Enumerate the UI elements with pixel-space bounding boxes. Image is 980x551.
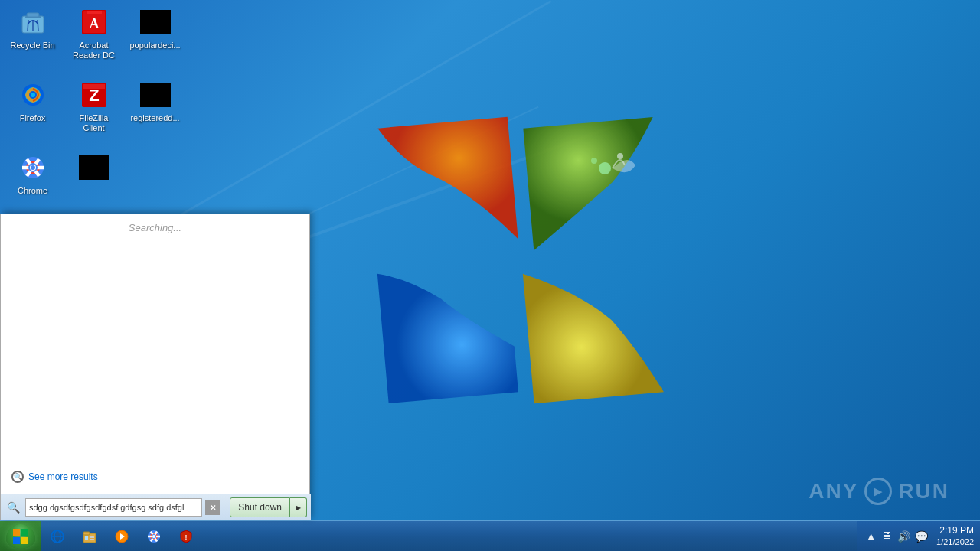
taskbar-chrome-icon bbox=[145, 528, 162, 545]
tray-volume-icon[interactable]: 🔊 bbox=[897, 530, 910, 543]
start-orb bbox=[6, 524, 35, 549]
recycle-bin-label: Recycle Bin bbox=[10, 41, 54, 51]
desktop: Recycle Bin A Acrobat Reader DC populard… bbox=[0, 0, 980, 551]
svg-rect-27 bbox=[13, 537, 20, 544]
shutdown-button[interactable]: Shut down bbox=[230, 497, 290, 517]
chrome-label: Chrome bbox=[18, 186, 47, 196]
tray-clock[interactable]: 2:19 PM 1/21/2022 bbox=[936, 525, 974, 548]
search-clear-button[interactable]: ✕ bbox=[205, 500, 220, 515]
chrome-icon[interactable]: Chrome bbox=[4, 149, 61, 216]
svg-line-6 bbox=[28, 20, 28, 31]
shutdown-arrow-icon: ▶ bbox=[296, 504, 301, 511]
svg-point-42 bbox=[152, 535, 155, 538]
populardeci-icon[interactable]: populardeci... bbox=[126, 4, 184, 70]
filezilla-image: Z bbox=[79, 80, 109, 110]
search-bar: 🔍 ✕ Shut down ▶ bbox=[1, 494, 311, 520]
shield-icon: ! bbox=[178, 528, 194, 545]
svg-rect-12 bbox=[87, 11, 102, 14]
anyrun-watermark: ANY ▶ RUN bbox=[808, 478, 949, 505]
searching-text: Searching... bbox=[129, 222, 181, 233]
svg-rect-36 bbox=[90, 539, 94, 540]
start-button[interactable] bbox=[0, 521, 41, 552]
svg-text:A: A bbox=[89, 16, 99, 31]
firefox-image bbox=[18, 80, 48, 110]
search-magnifier-icon: 🔍 bbox=[7, 501, 20, 514]
svg-rect-35 bbox=[90, 536, 94, 538]
tray-expand-icon[interactable]: ▲ bbox=[866, 530, 876, 542]
taskbar-chrome[interactable] bbox=[139, 523, 168, 550]
acrobat-icon[interactable]: A Acrobat Reader DC bbox=[65, 4, 122, 70]
see-more-icon: 🔍 bbox=[11, 471, 24, 483]
taskbar-shield[interactable]: ! bbox=[172, 523, 201, 550]
recycle-bin-icon[interactable]: Recycle Bin bbox=[4, 4, 61, 70]
media-icon bbox=[113, 528, 130, 545]
ie-icon bbox=[49, 528, 66, 545]
registeredd-image bbox=[140, 80, 171, 110]
anyrun-text-run: RUN bbox=[898, 479, 949, 504]
svg-rect-26 bbox=[21, 529, 28, 536]
svg-rect-5 bbox=[27, 13, 39, 17]
desktop-icons: Recycle Bin A Acrobat Reader DC populard… bbox=[4, 4, 188, 222]
taskbar-explorer[interactable] bbox=[75, 523, 104, 550]
shutdown-label: Shut down bbox=[238, 502, 282, 513]
start-menu: Searching... 🔍 See more results 🔍 ✕ Shut… bbox=[0, 214, 310, 520]
svg-point-0 bbox=[599, 162, 611, 174]
recycle-bin-image bbox=[18, 7, 48, 37]
populardeci-image bbox=[140, 7, 171, 37]
see-more-results[interactable]: 🔍 See more results bbox=[8, 468, 101, 486]
populardeci-label: populardeci... bbox=[129, 41, 180, 51]
explorer-icon bbox=[81, 528, 98, 545]
system-tray: ▲ 🖥 🔊 💬 2:19 PM 1/21/2022 bbox=[857, 521, 980, 552]
tray-balloon-icon[interactable]: 💬 bbox=[915, 530, 928, 543]
chrome-image bbox=[18, 152, 48, 183]
taskbar-media[interactable] bbox=[107, 523, 136, 550]
svg-point-2 bbox=[591, 158, 597, 164]
registeredd-icon[interactable]: registeredd... bbox=[126, 77, 184, 143]
registeredd-label: registeredd... bbox=[130, 113, 179, 123]
tray-network-icon[interactable]: 🖥 bbox=[880, 530, 893, 543]
unknown-image bbox=[79, 152, 109, 183]
taskbar-ie[interactable] bbox=[43, 523, 72, 550]
acrobat-label: Acrobat Reader DC bbox=[68, 41, 119, 60]
firefox-label: Firefox bbox=[20, 113, 46, 123]
unknown-icon[interactable] bbox=[65, 149, 122, 216]
windows-logo bbox=[368, 107, 674, 413]
anyrun-play-icon: ▶ bbox=[864, 478, 892, 505]
taskbar: ! ▲ 🖥 🔊 💬 2:19 PM 1/21/2022 bbox=[0, 520, 980, 551]
windows-flag-icon bbox=[11, 527, 30, 546]
svg-line-8 bbox=[38, 20, 38, 31]
search-input[interactable] bbox=[25, 498, 202, 517]
svg-point-1 bbox=[617, 153, 623, 159]
clock-time: 2:19 PM bbox=[936, 525, 974, 537]
svg-point-24 bbox=[31, 165, 35, 170]
see-more-results-label: See more results bbox=[28, 471, 98, 482]
acrobat-image: A bbox=[79, 7, 109, 37]
svg-rect-25 bbox=[13, 529, 20, 536]
clock-date: 1/21/2022 bbox=[936, 536, 974, 547]
svg-point-16 bbox=[31, 93, 35, 97]
shutdown-arrow-button[interactable]: ▶ bbox=[290, 497, 307, 517]
svg-rect-28 bbox=[21, 537, 28, 544]
firefox-icon[interactable]: Firefox bbox=[4, 77, 61, 143]
svg-rect-19 bbox=[83, 84, 105, 89]
anyrun-text-any: ANY bbox=[808, 479, 858, 504]
filezilla-label: FileZilla Client bbox=[68, 113, 119, 133]
svg-text:!: ! bbox=[185, 533, 188, 541]
svg-rect-33 bbox=[83, 532, 90, 535]
svg-rect-34 bbox=[85, 536, 88, 540]
filezilla-icon[interactable]: Z FileZilla Client bbox=[65, 77, 122, 143]
